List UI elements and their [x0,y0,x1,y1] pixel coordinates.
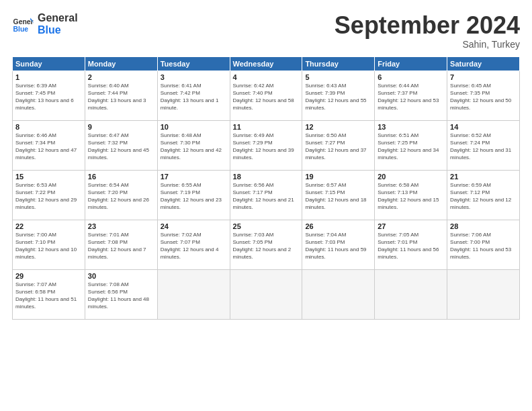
svg-text:Blue: Blue [13,26,29,33]
table-row: 11Sunrise: 6:49 AMSunset: 7:29 PMDayligh… [230,120,302,170]
table-row: 6Sunrise: 6:44 AMSunset: 7:37 PMDaylight… [375,71,447,120]
weekday-header-row: Sunday Monday Tuesday Wednesday Thursday… [13,56,520,71]
day-number: 17 [161,173,227,181]
table-row: 12Sunrise: 6:50 AMSunset: 7:27 PMDayligh… [302,120,375,170]
table-row: 29Sunrise: 7:07 AMSunset: 6:58 PMDayligh… [13,269,85,319]
header-friday: Friday [375,56,447,71]
day-info: Sunrise: 7:04 AMSunset: 7:03 PMDaylight:… [305,232,366,261]
day-info: Sunrise: 7:01 AMSunset: 7:08 PMDaylight:… [88,232,146,261]
empty-cell [230,269,302,319]
table-row: 7Sunrise: 6:45 AMSunset: 7:35 PMDaylight… [447,71,520,120]
day-info: Sunrise: 6:42 AMSunset: 7:40 PMDaylight:… [233,83,294,111]
header-tuesday: Tuesday [157,56,230,71]
table-row: 1Sunrise: 6:39 AMSunset: 7:45 PMDaylight… [13,71,85,120]
day-number: 14 [450,123,517,131]
day-info: Sunrise: 6:55 AMSunset: 7:19 PMDaylight:… [161,182,222,211]
page: General Blue General Blue September 2024… [0,0,532,411]
table-row: 10Sunrise: 6:48 AMSunset: 7:30 PMDayligh… [157,120,230,170]
day-info: Sunrise: 6:40 AMSunset: 7:44 PMDaylight:… [88,83,146,111]
day-number: 15 [15,173,82,181]
day-number: 20 [378,173,444,181]
day-info: Sunrise: 6:45 AMSunset: 7:35 PMDaylight:… [450,83,511,111]
month-title: September 2024 [335,12,520,39]
calendar-row: 22Sunrise: 7:00 AMSunset: 7:10 PMDayligh… [13,220,520,269]
day-info: Sunrise: 6:59 AMSunset: 7:12 PMDaylight:… [450,182,511,211]
logo-icon: General Blue [12,13,34,35]
header-thursday: Thursday [302,56,375,71]
day-info: Sunrise: 7:00 AMSunset: 7:10 PMDaylight:… [15,232,77,261]
logo-general: General [38,12,78,24]
calendar-row: 8Sunrise: 6:46 AMSunset: 7:34 PMDaylight… [13,120,520,170]
header: General Blue General Blue September 2024… [12,12,520,50]
day-number: 30 [88,272,154,280]
day-number: 29 [15,272,82,280]
day-number: 12 [305,123,371,131]
table-row: 20Sunrise: 6:58 AMSunset: 7:13 PMDayligh… [375,170,447,220]
header-monday: Monday [85,56,157,71]
table-row: 14Sunrise: 6:52 AMSunset: 7:24 PMDayligh… [447,120,520,170]
day-number: 3 [161,73,227,81]
day-info: Sunrise: 7:06 AMSunset: 7:00 PMDaylight:… [450,232,511,261]
title-block: September 2024 Sahin, Turkey [335,12,520,50]
day-number: 7 [450,73,517,81]
day-info: Sunrise: 6:44 AMSunset: 7:37 PMDaylight:… [378,83,439,111]
empty-cell [157,269,230,319]
day-info: Sunrise: 7:03 AMSunset: 7:05 PMDaylight:… [233,232,292,261]
header-wednesday: Wednesday [230,56,302,71]
day-number: 11 [233,123,300,131]
empty-cell [302,269,375,319]
day-number: 18 [233,173,300,181]
table-row: 30Sunrise: 7:08 AMSunset: 6:56 PMDayligh… [85,269,157,319]
table-row: 19Sunrise: 6:57 AMSunset: 7:15 PMDayligh… [302,170,375,220]
table-row: 26Sunrise: 7:04 AMSunset: 7:03 PMDayligh… [302,220,375,269]
table-row: 17Sunrise: 6:55 AMSunset: 7:19 PMDayligh… [157,170,230,220]
day-info: Sunrise: 6:51 AMSunset: 7:25 PMDaylight:… [378,132,439,161]
table-row: 24Sunrise: 7:02 AMSunset: 7:07 PMDayligh… [157,220,230,269]
day-number: 27 [378,222,444,230]
day-number: 24 [161,222,227,230]
day-number: 8 [15,123,82,131]
logo: General Blue General Blue [12,12,78,36]
day-info: Sunrise: 6:54 AMSunset: 7:20 PMDaylight:… [88,182,149,211]
calendar-row: 15Sunrise: 6:53 AMSunset: 7:22 PMDayligh… [13,170,520,220]
day-number: 22 [15,222,82,230]
day-number: 6 [378,73,444,81]
day-info: Sunrise: 6:41 AMSunset: 7:42 PMDaylight:… [161,83,219,111]
table-row: 21Sunrise: 6:59 AMSunset: 7:12 PMDayligh… [447,170,520,220]
table-row: 3Sunrise: 6:41 AMSunset: 7:42 PMDaylight… [157,71,230,120]
day-info: Sunrise: 6:57 AMSunset: 7:15 PMDaylight:… [305,182,366,211]
day-info: Sunrise: 6:52 AMSunset: 7:24 PMDaylight:… [450,132,511,161]
empty-cell [375,269,447,319]
day-number: 10 [161,123,227,131]
table-row: 27Sunrise: 7:05 AMSunset: 7:01 PMDayligh… [375,220,447,269]
day-number: 26 [305,222,371,230]
day-info: Sunrise: 7:02 AMSunset: 7:07 PMDaylight:… [161,232,219,261]
table-row: 8Sunrise: 6:46 AMSunset: 7:34 PMDaylight… [13,120,85,170]
calendar-row: 1Sunrise: 6:39 AMSunset: 7:45 PMDaylight… [13,71,520,120]
day-number: 13 [378,123,444,131]
table-row: 18Sunrise: 6:56 AMSunset: 7:17 PMDayligh… [230,170,302,220]
day-info: Sunrise: 6:48 AMSunset: 7:30 PMDaylight:… [161,132,222,161]
day-number: 5 [305,73,371,81]
location: Sahin, Turkey [335,39,520,50]
day-info: Sunrise: 6:47 AMSunset: 7:32 PMDaylight:… [88,132,149,161]
day-info: Sunrise: 6:46 AMSunset: 7:34 PMDaylight:… [15,132,77,161]
day-info: Sunrise: 7:05 AMSunset: 7:01 PMDaylight:… [378,232,439,261]
day-number: 1 [15,73,82,81]
day-info: Sunrise: 7:07 AMSunset: 6:58 PMDaylight:… [15,281,77,310]
day-number: 9 [88,123,154,131]
table-row: 22Sunrise: 7:00 AMSunset: 7:10 PMDayligh… [13,220,85,269]
day-info: Sunrise: 6:43 AMSunset: 7:39 PMDaylight:… [305,83,366,111]
day-number: 16 [88,173,154,181]
table-row: 13Sunrise: 6:51 AMSunset: 7:25 PMDayligh… [375,120,447,170]
day-info: Sunrise: 6:39 AMSunset: 7:45 PMDaylight:… [15,83,74,111]
logo-blue: Blue [38,24,78,36]
day-info: Sunrise: 6:49 AMSunset: 7:29 PMDaylight:… [233,132,294,161]
day-number: 23 [88,222,154,230]
day-info: Sunrise: 6:58 AMSunset: 7:13 PMDaylight:… [378,182,439,211]
table-row: 28Sunrise: 7:06 AMSunset: 7:00 PMDayligh… [447,220,520,269]
day-number: 21 [450,173,517,181]
table-row: 5Sunrise: 6:43 AMSunset: 7:39 PMDaylight… [302,71,375,120]
day-info: Sunrise: 6:53 AMSunset: 7:22 PMDaylight:… [15,182,77,211]
header-sunday: Sunday [13,56,85,71]
